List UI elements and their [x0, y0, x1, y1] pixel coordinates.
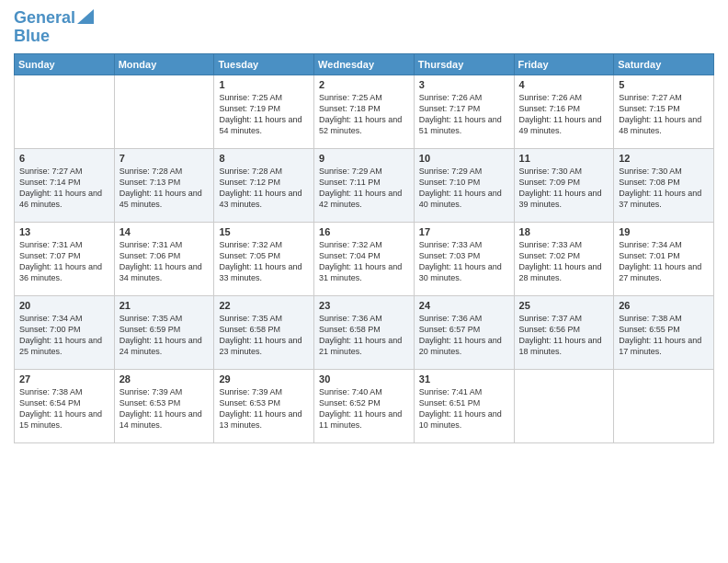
cell-info: Sunrise: 7:38 AMSunset: 6:55 PMDaylight:… [619, 313, 709, 358]
calendar-cell: 10Sunrise: 7:29 AMSunset: 7:10 PMDayligh… [414, 148, 514, 222]
day-number: 9 [319, 153, 409, 164]
calendar-cell [15, 75, 115, 148]
calendar-week-row: 6Sunrise: 7:27 AMSunset: 7:14 PMDaylight… [15, 148, 714, 222]
cell-info: Sunrise: 7:33 AMSunset: 7:02 PMDaylight:… [519, 239, 609, 284]
calendar-cell [114, 75, 214, 148]
day-number: 31 [419, 373, 509, 385]
calendar-table: SundayMondayTuesdayWednesdayThursdayFrid… [14, 53, 714, 443]
cell-info: Sunrise: 7:28 AMSunset: 7:12 PMDaylight:… [219, 166, 309, 211]
calendar-week-row: 27Sunrise: 7:38 AMSunset: 6:54 PMDayligh… [15, 369, 714, 442]
day-number: 8 [219, 153, 309, 164]
day-number: 4 [519, 79, 609, 90]
calendar-cell: 19Sunrise: 7:34 AMSunset: 7:01 PMDayligh… [614, 222, 714, 295]
day-number: 1 [219, 79, 309, 90]
day-number: 20 [19, 300, 109, 311]
day-number: 29 [219, 373, 309, 385]
cell-info: Sunrise: 7:36 AMSunset: 6:58 PMDaylight:… [319, 313, 409, 358]
calendar-cell: 22Sunrise: 7:35 AMSunset: 6:58 PMDayligh… [214, 295, 314, 369]
cell-info: Sunrise: 7:30 AMSunset: 7:08 PMDaylight:… [619, 166, 709, 211]
cell-info: Sunrise: 7:34 AMSunset: 7:00 PMDaylight:… [19, 313, 109, 358]
day-number: 13 [19, 226, 109, 237]
calendar-cell: 15Sunrise: 7:32 AMSunset: 7:05 PMDayligh… [214, 222, 314, 295]
calendar-cell: 8Sunrise: 7:28 AMSunset: 7:12 PMDaylight… [214, 148, 314, 222]
cell-info: Sunrise: 7:28 AMSunset: 7:13 PMDaylight:… [119, 166, 210, 211]
cell-info: Sunrise: 7:35 AMSunset: 6:58 PMDaylight:… [219, 313, 309, 358]
day-number: 10 [419, 153, 509, 164]
cell-info: Sunrise: 7:36 AMSunset: 6:57 PMDaylight:… [419, 313, 509, 358]
calendar-cell: 14Sunrise: 7:31 AMSunset: 7:06 PMDayligh… [114, 222, 214, 295]
calendar-cell: 24Sunrise: 7:36 AMSunset: 6:57 PMDayligh… [414, 295, 514, 369]
calendar-cell [514, 369, 614, 442]
cell-info: Sunrise: 7:29 AMSunset: 7:10 PMDaylight:… [419, 166, 509, 211]
logo-text: General [14, 9, 75, 28]
page: General Blue SundayMondayTuesdayWednesda… [0, 0, 728, 563]
day-number: 28 [119, 373, 210, 385]
calendar-cell: 3Sunrise: 7:26 AMSunset: 7:17 PMDaylight… [414, 75, 514, 148]
calendar-cell: 5Sunrise: 7:27 AMSunset: 7:15 PMDaylight… [614, 75, 714, 148]
calendar-day-header: Tuesday [214, 53, 314, 75]
cell-info: Sunrise: 7:27 AMSunset: 7:15 PMDaylight:… [619, 92, 709, 137]
calendar-day-header: Wednesday [314, 53, 415, 75]
cell-info: Sunrise: 7:26 AMSunset: 7:17 PMDaylight:… [419, 92, 509, 137]
cell-info: Sunrise: 7:40 AMSunset: 6:52 PMDaylight:… [319, 386, 409, 431]
calendar-cell: 21Sunrise: 7:35 AMSunset: 6:59 PMDayligh… [114, 295, 214, 369]
day-number: 19 [619, 226, 709, 237]
cell-info: Sunrise: 7:37 AMSunset: 6:56 PMDaylight:… [519, 313, 609, 358]
calendar-cell: 1Sunrise: 7:25 AMSunset: 7:19 PMDaylight… [214, 75, 314, 148]
cell-info: Sunrise: 7:25 AMSunset: 7:18 PMDaylight:… [319, 92, 409, 137]
calendar-cell: 26Sunrise: 7:38 AMSunset: 6:55 PMDayligh… [614, 295, 714, 369]
calendar-cell: 23Sunrise: 7:36 AMSunset: 6:58 PMDayligh… [314, 295, 415, 369]
cell-info: Sunrise: 7:25 AMSunset: 7:19 PMDaylight:… [219, 92, 309, 137]
day-number: 5 [619, 79, 709, 90]
cell-info: Sunrise: 7:39 AMSunset: 6:53 PMDaylight:… [219, 386, 309, 431]
day-number: 3 [419, 79, 509, 90]
cell-info: Sunrise: 7:35 AMSunset: 6:59 PMDaylight:… [119, 313, 210, 358]
cell-info: Sunrise: 7:32 AMSunset: 7:05 PMDaylight:… [219, 239, 309, 284]
cell-info: Sunrise: 7:30 AMSunset: 7:09 PMDaylight:… [519, 166, 609, 211]
calendar-cell: 25Sunrise: 7:37 AMSunset: 6:56 PMDayligh… [514, 295, 614, 369]
calendar-header-row: SundayMondayTuesdayWednesdayThursdayFrid… [15, 53, 714, 75]
day-number: 7 [119, 153, 210, 164]
day-number: 14 [119, 226, 210, 237]
logo-icon [77, 9, 94, 24]
cell-info: Sunrise: 7:41 AMSunset: 6:51 PMDaylight:… [419, 386, 509, 431]
calendar-day-header: Thursday [414, 53, 514, 75]
calendar-cell: 9Sunrise: 7:29 AMSunset: 7:11 PMDaylight… [314, 148, 415, 222]
calendar-cell: 18Sunrise: 7:33 AMSunset: 7:02 PMDayligh… [514, 222, 614, 295]
day-number: 27 [19, 373, 109, 385]
day-number: 21 [119, 300, 210, 311]
calendar-cell: 16Sunrise: 7:32 AMSunset: 7:04 PMDayligh… [314, 222, 415, 295]
calendar-cell: 17Sunrise: 7:33 AMSunset: 7:03 PMDayligh… [414, 222, 514, 295]
cell-info: Sunrise: 7:33 AMSunset: 7:03 PMDaylight:… [419, 239, 509, 284]
calendar-cell: 12Sunrise: 7:30 AMSunset: 7:08 PMDayligh… [614, 148, 714, 222]
calendar-cell [614, 369, 714, 442]
day-number: 16 [319, 226, 409, 237]
cell-info: Sunrise: 7:29 AMSunset: 7:11 PMDaylight:… [319, 166, 409, 211]
day-number: 12 [619, 153, 709, 164]
cell-info: Sunrise: 7:27 AMSunset: 7:14 PMDaylight:… [19, 166, 109, 211]
day-number: 26 [619, 300, 709, 311]
day-number: 23 [319, 300, 409, 311]
calendar-day-header: Friday [514, 53, 614, 75]
cell-info: Sunrise: 7:34 AMSunset: 7:01 PMDaylight:… [619, 239, 709, 284]
calendar-cell: 27Sunrise: 7:38 AMSunset: 6:54 PMDayligh… [15, 369, 115, 442]
cell-info: Sunrise: 7:39 AMSunset: 6:53 PMDaylight:… [119, 386, 210, 431]
calendar-cell: 20Sunrise: 7:34 AMSunset: 7:00 PMDayligh… [15, 295, 115, 369]
calendar-day-header: Saturday [614, 53, 714, 75]
day-number: 30 [319, 373, 409, 385]
calendar-cell: 13Sunrise: 7:31 AMSunset: 7:07 PMDayligh… [15, 222, 115, 295]
calendar-cell: 11Sunrise: 7:30 AMSunset: 7:09 PMDayligh… [514, 148, 614, 222]
calendar-day-header: Monday [114, 53, 214, 75]
svg-marker-0 [77, 9, 94, 24]
calendar-week-row: 1Sunrise: 7:25 AMSunset: 7:19 PMDaylight… [15, 75, 714, 148]
cell-info: Sunrise: 7:31 AMSunset: 7:06 PMDaylight:… [119, 239, 210, 284]
day-number: 2 [319, 79, 409, 90]
calendar-cell: 29Sunrise: 7:39 AMSunset: 6:53 PMDayligh… [214, 369, 314, 442]
calendar-cell: 4Sunrise: 7:26 AMSunset: 7:16 PMDaylight… [514, 75, 614, 148]
header: General Blue [14, 9, 714, 46]
day-number: 17 [419, 226, 509, 237]
cell-info: Sunrise: 7:38 AMSunset: 6:54 PMDaylight:… [19, 386, 109, 431]
cell-info: Sunrise: 7:26 AMSunset: 7:16 PMDaylight:… [519, 92, 609, 137]
calendar-cell: 7Sunrise: 7:28 AMSunset: 7:13 PMDaylight… [114, 148, 214, 222]
cell-info: Sunrise: 7:31 AMSunset: 7:07 PMDaylight:… [19, 239, 109, 284]
